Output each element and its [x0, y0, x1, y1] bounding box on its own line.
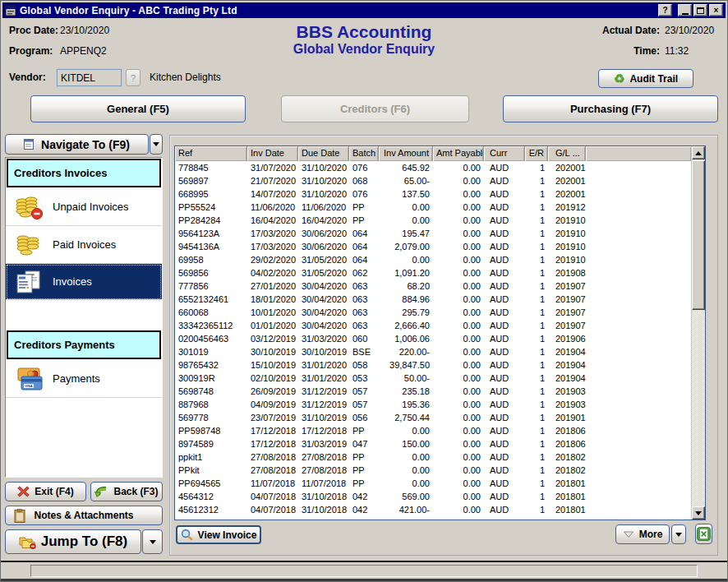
sidebar-item-paid-invoices[interactable]: Paid Invoices	[6, 226, 162, 264]
back-button[interactable]: Back (F3)	[90, 482, 163, 501]
cell: 0.00	[379, 253, 433, 266]
cell: 201908	[548, 266, 586, 279]
table-row[interactable]: 9564123A17/03/202030/06/2020064195.470.0…	[175, 227, 691, 240]
tab-general[interactable]: General (F5)	[30, 95, 246, 122]
table-row[interactable]: 88796804/09/201931/12/2019057195.360.00A…	[175, 398, 691, 411]
table-row[interactable]: 897458917/12/201831/03/2019047150.000.00…	[175, 437, 691, 450]
navigate-to-dropdown[interactable]	[150, 134, 163, 155]
table-row[interactable]: ppkit127/08/201827/08/2018PP0.000.00AUD1…	[175, 450, 691, 464]
table-row[interactable]: 9876543215/10/201931/01/202005839,847.50…	[175, 358, 691, 372]
more-dropdown[interactable]	[671, 524, 686, 544]
cell: PP	[349, 214, 379, 227]
nav-spacer	[6, 300, 162, 330]
vertical-scrollbar[interactable]	[691, 146, 705, 520]
table-row[interactable]: 456431204/07/201831/10/2018042569.000.00…	[175, 490, 691, 503]
table-row[interactable]: PPkit27/08/201827/08/2018PP0.000.00AUD12…	[175, 464, 691, 477]
page-title: Global Vendor Enquiry	[1, 42, 727, 57]
audit-trail-button[interactable]: ♻ Audit Trail	[598, 69, 693, 88]
jump-to-dropdown[interactable]	[142, 529, 163, 554]
table-row[interactable]: 569874826/09/201931/12/2019057235.180.00…	[175, 385, 691, 398]
column-header-ref[interactable]: Ref	[175, 146, 247, 161]
cell: 1	[525, 398, 548, 411]
more-button[interactable]: More	[615, 524, 670, 544]
table-row[interactable]: 77785627/01/202030/04/202006368.200.00AU…	[175, 279, 691, 293]
exit-button[interactable]: Exit (F4)	[5, 482, 86, 501]
table-row[interactable]: 30101930/10/201930/10/2019BSE220.00-0.00…	[175, 345, 691, 358]
cell: PP	[349, 450, 379, 464]
table-row[interactable]: PP5552411/06/202011/06/2020PP0.000.00AUD…	[175, 201, 691, 214]
cell: 057	[349, 398, 379, 411]
cell: 0.00	[379, 477, 433, 490]
notes-attachments-button[interactable]: Notes & Attachments	[5, 506, 163, 525]
table-row[interactable]: 56989721/07/202031/10/202006865.00-0.00A…	[175, 174, 691, 187]
cell: 1	[525, 240, 548, 253]
cell: 30/04/2020	[298, 319, 349, 332]
vendor-code-input[interactable]	[57, 69, 122, 86]
view-invoice-button[interactable]: View Invoice	[176, 525, 261, 544]
sidebar-item-invoices[interactable]: Invoices	[6, 264, 162, 300]
table-row[interactable]: 3334236511201/01/202030/04/20200632,666.…	[175, 319, 691, 332]
cell: 0.00	[433, 332, 484, 345]
sidebar-item-unpaid-invoices[interactable]: Unpaid Invoices	[6, 188, 162, 226]
jump-to-button[interactable]: Jump To (F8)	[5, 529, 141, 554]
cell: 31/10/2020	[298, 187, 349, 201]
cell: 195.36	[379, 398, 433, 411]
column-header-curr[interactable]: Curr	[484, 146, 525, 161]
scroll-down-button[interactable]	[692, 506, 705, 520]
table-row[interactable]: 655213246118/01/202030/04/2020063884.960…	[175, 293, 691, 306]
vendor-label: Vendor:	[9, 72, 46, 83]
tab-purchasing[interactable]: Purchasing (F7)	[503, 95, 718, 122]
table-row[interactable]: 300919R02/10/201931/01/202005350.00-0.00…	[175, 372, 691, 385]
scrollbar-thumb[interactable]	[692, 160, 705, 310]
cell: 063	[349, 279, 379, 293]
minimize-button[interactable]	[678, 4, 692, 16]
column-header-due-date[interactable]: Due Date	[298, 146, 349, 161]
column-header-g-l[interactable]: G/L ...	[548, 146, 586, 161]
cell: 17/12/2018	[298, 424, 349, 437]
table-row[interactable]: 4561231204/07/201831/10/2018042421.00-0.…	[175, 503, 691, 516]
close-button[interactable]: ×	[709, 4, 723, 16]
sidebar-item-payments[interactable]: VISAPayments	[6, 360, 162, 398]
cell: 16/04/2020	[247, 214, 298, 227]
tab-creditors: Creditors (F6)	[281, 95, 469, 122]
table-row[interactable]: PP69456511/07/201811/07/2018PP0.000.00AU…	[175, 477, 691, 490]
cell: 0.00	[433, 437, 484, 450]
table-row[interactable]: 57361206/06/201830/09/2018044593.120.00A…	[175, 516, 691, 520]
cell: 65.00-	[379, 174, 433, 187]
cell: 569.00	[379, 490, 433, 503]
cell: 201901	[548, 411, 586, 424]
table-row[interactable]: 66899514/07/202031/10/2020076137.500.00A…	[175, 187, 691, 201]
table-row[interactable]: 9454136A17/03/202030/06/20200642,079.000…	[175, 240, 691, 253]
scroll-up-button[interactable]	[692, 146, 705, 159]
column-header-batch[interactable]: Batch	[349, 146, 379, 161]
cell: 2,666.40	[379, 319, 433, 332]
table-row[interactable]: 56977823/07/201931/10/20190562,750.440.0…	[175, 411, 691, 424]
cell: 04/07/2018	[247, 503, 298, 516]
column-header-e-r[interactable]: E/R	[525, 146, 548, 161]
export-excel-button[interactable]	[695, 524, 712, 544]
cell: 201907	[548, 279, 586, 293]
cell: 201802	[548, 450, 586, 464]
table-row[interactable]: 56985604/02/202031/05/20200621,091.200.0…	[175, 266, 691, 279]
table-row[interactable]: 77884531/07/202031/10/2020076645.920.00A…	[175, 161, 691, 174]
table-row[interactable]: 6995829/02/202031/05/20200640.000.00AUD1…	[175, 253, 691, 266]
table-row[interactable]: 66006810/01/202030/04/2020063295.790.00A…	[175, 306, 691, 319]
column-header-inv-amount[interactable]: Inv Amount	[379, 146, 433, 161]
cell: 063	[349, 293, 379, 306]
column-header-amt-payable[interactable]: Amt Payable	[433, 146, 484, 161]
cell: 17/03/2020	[247, 227, 298, 240]
cell: 50.00-	[379, 372, 433, 385]
navigate-to-button[interactable]: Navigate To (F9)	[5, 134, 149, 155]
cell: 593.12	[379, 516, 433, 520]
table-row[interactable]: 020045646303/12/201931/03/20200601,006.0…	[175, 332, 691, 345]
cell: 1	[525, 214, 548, 227]
table-row[interactable]: PP59874817/12/201817/12/2018PP0.000.00AU…	[175, 424, 691, 437]
table-row[interactable]: PP28428416/04/202016/04/2020PP0.000.00AU…	[175, 214, 691, 227]
help-button[interactable]: ?	[658, 4, 672, 16]
cell: 0.00	[433, 187, 484, 201]
column-header-inv-date[interactable]: Inv Date	[247, 146, 298, 161]
maximize-button[interactable]	[693, 4, 707, 16]
svg-text:VISA: VISA	[25, 384, 32, 388]
vendor-lookup-button[interactable]: ?	[126, 69, 141, 86]
cell: 6552132461	[175, 293, 247, 306]
